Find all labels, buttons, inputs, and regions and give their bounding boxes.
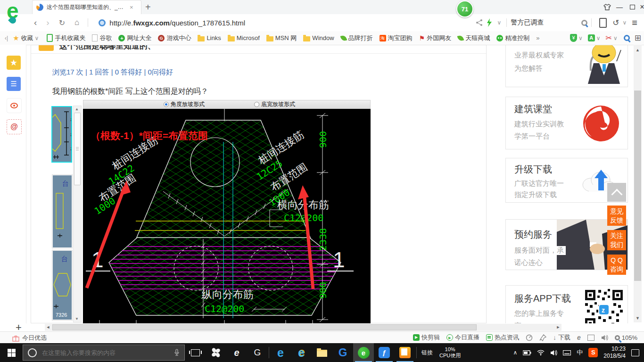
speed-score-badge[interactable]: 71 xyxy=(456,0,473,17)
green-e-browser-icon[interactable]: e xyxy=(353,343,374,362)
ime-indicator[interactable]: 中 xyxy=(577,348,583,357)
bookmark-item[interactable]: 品牌打折 xyxy=(341,34,373,42)
qq-consult-button[interactable]: Q Q咨询 xyxy=(607,255,626,275)
cpu-widget[interactable]: 10%CPU使用 xyxy=(437,343,463,362)
minimize-button[interactable]: — xyxy=(614,2,625,12)
download-button[interactable]: ↓下载 xyxy=(553,333,570,342)
back-icon[interactable]: ‹ xyxy=(34,17,37,28)
scroll-down-icon[interactable]: ▼ xyxy=(74,317,80,321)
feed-rail-icon[interactable]: ☰ xyxy=(7,77,21,91)
thumbnail-selected[interactable]: Y2 Y2 Y1 xyxy=(52,107,71,162)
cad-canvas[interactable]: 900 2338 900 1 1 桩间连接筋 14C22 布置范围 xyxy=(83,109,371,324)
pinwheel-app-icon[interactable] xyxy=(206,343,226,362)
start-button[interactable] xyxy=(0,343,23,362)
taskbar-search-input[interactable] xyxy=(41,349,161,357)
bookmark-item[interactable]: G游戏中心 xyxy=(158,34,191,42)
task-view-icon[interactable] xyxy=(185,343,206,362)
weibo-icon[interactable] xyxy=(7,98,22,113)
magnifier-icon[interactable] xyxy=(624,35,630,41)
notepad-app-icon[interactable] xyxy=(395,343,415,362)
ie-white-icon[interactable]: e xyxy=(226,343,247,362)
zoom-level[interactable]: 105% xyxy=(615,334,637,341)
chevron-down-icon[interactable]: ∨ xyxy=(623,19,627,26)
new-tab-button[interactable]: + xyxy=(145,2,151,13)
radio-width-mode[interactable]: 底宽放坡形式 xyxy=(254,100,295,108)
keyboard-icon[interactable] xyxy=(563,350,571,355)
wifi-icon[interactable] xyxy=(537,350,545,355)
quick-clip-button[interactable]: ▶快剪辑 xyxy=(413,333,440,342)
search-input[interactable]: 警方已调查 xyxy=(511,18,581,27)
sogou-icon[interactable]: S xyxy=(588,348,598,357)
lightning-icon[interactable] xyxy=(486,18,493,27)
ie-blue-icon[interactable]: e xyxy=(291,343,312,362)
chevron-down-icon[interactable]: ∨ xyxy=(596,35,601,41)
mobile-icon[interactable] xyxy=(599,18,607,28)
ie-icon[interactable]: e xyxy=(577,334,581,341)
browser-tab[interactable]: 这个范围是聪哪里知道的、_广联 × xyxy=(32,0,141,14)
bookmark-item[interactable]: ⚑外国网友 xyxy=(419,34,452,42)
tray-expand-icon[interactable]: ∧ xyxy=(513,349,517,356)
thumbnail-scrollbar[interactable]: ▲ ▼ xyxy=(73,106,82,322)
scissors-icon[interactable]: ✂ xyxy=(606,33,612,42)
favorites-rail-icon[interactable]: ★ xyxy=(7,56,21,70)
speaker-icon[interactable] xyxy=(601,335,608,341)
tab-close-icon[interactable]: × xyxy=(130,4,133,11)
shield-icon[interactable]: ¥ xyxy=(570,34,577,42)
refresh-icon[interactable]: ↻ xyxy=(59,18,65,27)
mic-icon[interactable] xyxy=(174,349,180,356)
links-toolbar[interactable]: 链接 xyxy=(418,343,437,362)
url-field[interactable]: http://e.fwxgx.com/question_1787615.html xyxy=(109,19,245,27)
file-explorer-icon[interactable] xyxy=(312,343,332,362)
bookmarks-overflow[interactable]: » xyxy=(536,34,539,41)
window-panel-icon[interactable] xyxy=(587,335,594,341)
browser-logo[interactable]: e xyxy=(5,1,29,25)
edge-icon[interactable]: e xyxy=(270,343,291,362)
pin-icon[interactable] xyxy=(539,334,546,341)
scrollbar-thumb[interactable] xyxy=(634,90,641,281)
scroll-up-icon[interactable]: ▲ xyxy=(74,107,80,111)
today-picks[interactable]: 今日优选 xyxy=(12,334,47,342)
forward-icon[interactable]: › xyxy=(46,17,49,28)
bookmark-folder[interactable]: Window xyxy=(303,34,334,41)
scrollbar-thumb[interactable] xyxy=(52,324,477,330)
bookmark-folder[interactable]: MSN 网 xyxy=(266,34,297,42)
translate-icon[interactable]: A xyxy=(588,34,595,41)
search-icon[interactable] xyxy=(581,20,587,26)
taskbar-search[interactable] xyxy=(23,345,185,361)
chevron-down-icon[interactable]: ∨ xyxy=(578,35,583,41)
scroll-up-icon[interactable]: ▲ xyxy=(634,48,642,52)
mail-at-icon[interactable]: @ xyxy=(7,119,22,134)
menu-icon[interactable]: ≡ xyxy=(632,17,637,28)
undo-icon[interactable]: ↺ xyxy=(612,18,619,28)
scrollbar-thumb[interactable] xyxy=(74,113,81,185)
bookmark-folder[interactable]: Links xyxy=(198,34,221,41)
scroll-left-icon[interactable]: ◄ xyxy=(45,324,51,331)
glodon-g-icon[interactable]: G xyxy=(332,343,353,362)
page-horizontal-scrollbar[interactable]: ◄ ► xyxy=(45,324,561,331)
bookmark-favorites[interactable]: ★收藏∨ xyxy=(13,34,40,42)
bookmark-folder[interactable]: Microsof xyxy=(228,34,260,41)
back-to-top-button[interactable] xyxy=(607,183,626,202)
chevron-down-icon[interactable]: ∨ xyxy=(497,19,501,26)
ad-card-expert[interactable]: 业界最权威专家 为您解答 xyxy=(505,45,628,87)
gauge-icon[interactable] xyxy=(526,334,533,341)
volume-icon[interactable] xyxy=(550,350,557,356)
close-button[interactable]: × xyxy=(636,2,644,12)
live-button[interactable]: ▶今日直播 xyxy=(446,333,479,342)
radio-angle-mode[interactable]: 角度放坡形式 xyxy=(164,100,205,108)
skin-icon[interactable] xyxy=(602,2,613,12)
thumbnail[interactable]: 台 7326 xyxy=(52,250,72,320)
ad-card-classroom[interactable]: 建筑课堂 建筑行业实训教 学第一平台 xyxy=(505,97,628,149)
g-outline-icon[interactable]: G xyxy=(247,343,268,362)
hot-news-button[interactable]: 热点资讯 xyxy=(486,333,519,342)
bookmark-item[interactable]: +网址大全 xyxy=(118,34,151,42)
chevron-down-icon[interactable]: ∨ xyxy=(613,35,618,41)
apps-grid-icon[interactable]: ⊞ xyxy=(635,33,641,43)
collapse-sidebar-icon[interactable]: ‹| xyxy=(5,35,8,41)
share-icon[interactable] xyxy=(476,19,483,26)
scroll-down-icon[interactable]: ▼ xyxy=(634,316,642,321)
bookmark-item[interactable]: 谷歌 xyxy=(92,34,112,42)
battery-icon[interactable] xyxy=(523,350,531,355)
scroll-right-icon[interactable]: ► xyxy=(555,324,561,331)
follow-us-button[interactable]: 关注我们 xyxy=(607,230,626,250)
